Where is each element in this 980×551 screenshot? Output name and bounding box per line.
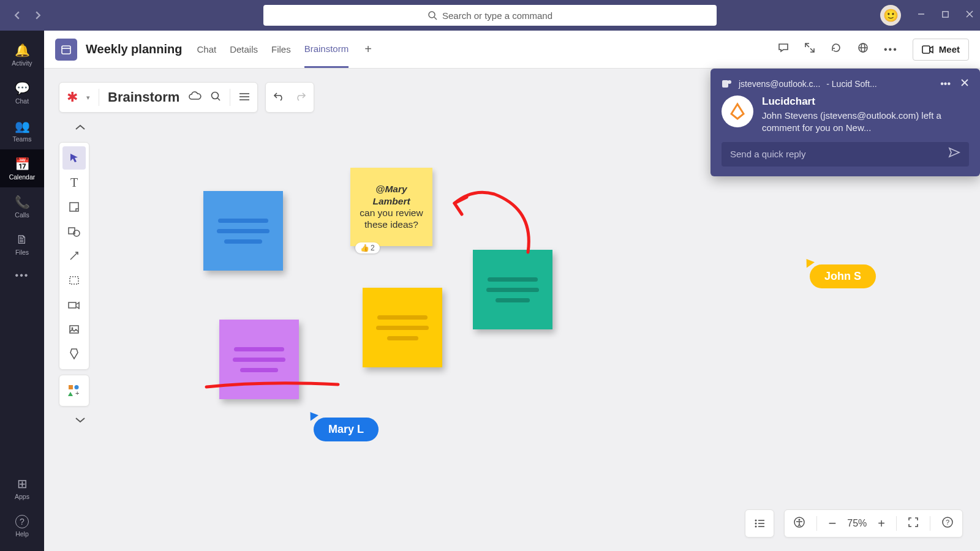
select-tool[interactable]: [62, 146, 86, 170]
help-zoom-icon[interactable]: ?: [941, 516, 954, 531]
search-input[interactable]: Search or type a command: [263, 5, 717, 26]
reaction-count: 2: [371, 244, 375, 252]
help-icon: ?: [15, 515, 29, 528]
rail-item-more[interactable]: •••: [0, 263, 44, 288]
zoom-in-icon[interactable]: +: [878, 517, 885, 531]
window-close-icon[interactable]: [965, 10, 974, 21]
svg-text:+: +: [75, 389, 79, 397]
svg-point-37: [75, 385, 79, 389]
rail-label: Calendar: [9, 173, 36, 181]
page-title: Weekly planning: [86, 42, 182, 56]
rail-item-apps[interactable]: ⊞ Apps: [0, 469, 44, 507]
container-tool[interactable]: [62, 269, 86, 292]
meet-button[interactable]: Meet: [913, 39, 969, 61]
tab-brainstorm[interactable]: Brainstorm: [304, 31, 349, 68]
notif-close-icon[interactable]: [960, 78, 969, 89]
rail-item-calls[interactable]: 📞 Calls: [0, 187, 44, 225]
rail-item-activity[interactable]: 🔔 Activity: [0, 36, 44, 73]
zoom-level[interactable]: 75%: [847, 518, 867, 529]
dynamic-tool[interactable]: [62, 293, 86, 317]
sticky-note-purple[interactable]: [219, 320, 299, 399]
shape-tool[interactable]: [62, 220, 86, 243]
rail-item-help[interactable]: ? Help: [0, 507, 44, 545]
rail-item-calendar[interactable]: 📅 Calendar: [0, 149, 44, 187]
svg-rect-13: [922, 46, 930, 53]
tab-add-button[interactable]: +: [364, 42, 372, 56]
tab-files[interactable]: Files: [271, 31, 291, 68]
text-tool[interactable]: T: [62, 171, 86, 194]
send-icon[interactable]: [948, 147, 960, 161]
svg-text:?: ?: [946, 519, 949, 526]
note-tool[interactable]: [62, 195, 86, 219]
tab-details[interactable]: Details: [230, 31, 258, 68]
svg-point-14: [212, 92, 219, 99]
tab-header: Weekly planning Chat Details Files Brain…: [44, 31, 980, 69]
canvas-area[interactable]: ✱ ▾ Brainstorm: [44, 69, 980, 551]
refresh-icon[interactable]: [830, 42, 842, 57]
shape-tool-panel: T: [59, 142, 89, 370]
undo-icon[interactable]: [273, 91, 285, 104]
menu-icon[interactable]: [239, 91, 250, 104]
nav-back-icon[interactable]: [9, 7, 26, 24]
rail-label: Help: [15, 530, 29, 538]
sticky-note-teal[interactable]: [473, 250, 552, 329]
svg-rect-33: [69, 302, 76, 308]
sticky-note-yellow[interactable]: [363, 288, 442, 367]
quick-reply-input[interactable]: Send a quick reply: [722, 142, 969, 167]
search-doc-icon[interactable]: [210, 91, 221, 105]
app-rail: 🔔 Activity 💬 Chat 👥 Teams 📅 Calendar 📞 C…: [0, 31, 44, 551]
search-placeholder: Search or type a command: [442, 10, 552, 21]
avatar[interactable]: 🙂: [880, 5, 901, 26]
doc-title[interactable]: Brainstorm: [108, 89, 179, 105]
svg-rect-3: [943, 12, 948, 17]
app-dropdown-icon[interactable]: ▾: [86, 94, 90, 102]
sticky-note-yellow-text[interactable]: @Mary Lambert can you review these ideas…: [350, 168, 432, 246]
notif-more-icon[interactable]: •••: [940, 78, 951, 89]
fullscreen-icon[interactable]: [908, 517, 919, 530]
svg-rect-28: [70, 203, 78, 211]
redo-icon[interactable]: [294, 91, 306, 104]
rail-label: Files: [15, 249, 29, 256]
rail-label: Chat: [15, 97, 29, 105]
rail-item-chat[interactable]: 💬 Chat: [0, 73, 44, 111]
apps-icon: ⊞: [17, 476, 28, 491]
accessibility-icon[interactable]: [793, 516, 805, 531]
tab-chat[interactable]: Chat: [197, 31, 216, 68]
window-minimize-icon[interactable]: [917, 10, 925, 21]
sticky-note-blue[interactable]: [203, 191, 283, 271]
expand-chevron-down-icon[interactable]: [65, 411, 96, 429]
app-glyph-icon[interactable]: ✱: [67, 89, 78, 105]
chat-icon: 💬: [15, 81, 30, 96]
more-options-icon[interactable]: •••: [884, 44, 898, 55]
rail-label: Apps: [15, 493, 29, 500]
rail-item-teams[interactable]: 👥 Teams: [0, 111, 44, 149]
svg-rect-6: [62, 46, 70, 54]
highlight-tool[interactable]: [62, 342, 86, 365]
reaction-badge[interactable]: 👍 2: [355, 242, 380, 253]
conversation-icon[interactable]: [777, 42, 790, 57]
cloud-status-icon[interactable]: [188, 91, 202, 104]
cursor-label: John S: [824, 270, 861, 282]
globe-icon[interactable]: [857, 42, 869, 57]
collapse-chevron-up-icon[interactable]: [65, 119, 96, 136]
image-tool[interactable]: [62, 318, 86, 341]
shapes-library-button[interactable]: +: [59, 375, 89, 407]
window-maximize-icon[interactable]: [941, 10, 949, 21]
svg-point-50: [799, 519, 801, 521]
collaborator-cursor-mary: Mary L: [314, 418, 379, 441]
zoom-out-icon[interactable]: −: [828, 515, 836, 531]
lucidchart-logo-icon: [722, 96, 753, 127]
zoom-controls: − 75% + ?: [784, 509, 963, 538]
svg-point-43: [755, 520, 757, 522]
video-icon: [922, 45, 934, 54]
calendar-icon: 📅: [15, 157, 30, 171]
nav-forward-icon[interactable]: [29, 7, 47, 24]
rail-label: Teams: [13, 135, 32, 143]
rail-item-files[interactable]: 🗎 Files: [0, 225, 44, 263]
svg-rect-32: [70, 277, 78, 284]
outline-button[interactable]: [745, 509, 774, 538]
svg-point-40: [728, 80, 731, 84]
expand-icon[interactable]: [804, 42, 815, 56]
notif-message: John Stevens (jstevens@outlook.com) left…: [762, 110, 969, 135]
line-tool[interactable]: [62, 244, 86, 268]
